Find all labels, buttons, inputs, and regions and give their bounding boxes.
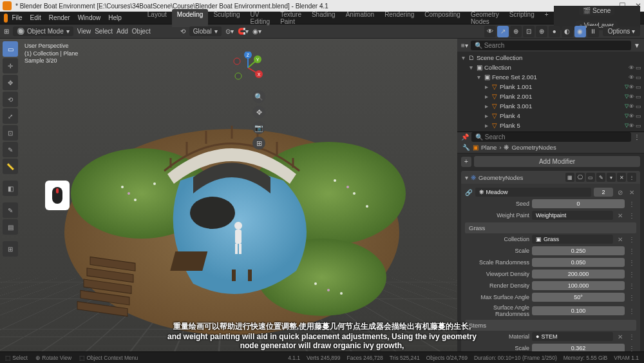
add-modifier-button[interactable]: Add Modifier <box>474 156 640 167</box>
property-value[interactable]: 100.000 <box>532 281 625 290</box>
blender-icon[interactable] <box>4 14 8 23</box>
property-value[interactable]: Weightpaint <box>532 211 613 220</box>
property-value[interactable]: 0.250 <box>532 246 625 255</box>
mod-toggle-4[interactable]: ✎ <box>596 173 605 182</box>
addon-tool-3[interactable]: ⊞ <box>3 241 18 257</box>
tool-select[interactable]: ▭ <box>3 41 18 57</box>
grass-section-header[interactable]: Grass <box>465 222 636 233</box>
outliner-row[interactable]: ▾▣Collection👁▭ <box>457 63 644 72</box>
outliner-row[interactable]: ▸▽Plank 5▽👁▭ <box>457 121 644 130</box>
properties-search-input[interactable]: 🔍 Search <box>471 132 631 142</box>
prop-menu-icon[interactable]: ⋮ <box>627 308 636 315</box>
tool-measure[interactable]: 📏 <box>3 159 18 174</box>
prop-menu-icon[interactable]: ⋮ <box>627 282 636 289</box>
tab-geonodes[interactable]: Geometry Nodes <box>466 9 504 27</box>
xray-icon[interactable]: ⊡ <box>523 26 535 37</box>
shading-rendered-icon[interactable]: ◉ <box>574 26 586 37</box>
header-add[interactable]: Add <box>117 28 128 35</box>
property-value[interactable]: ▣Grass <box>532 235 613 244</box>
tab-texpaint[interactable]: Texture Paint <box>275 9 307 27</box>
stems-section-header[interactable]: Stems <box>465 320 636 331</box>
tab-uv[interactable]: UV Editing <box>245 9 276 27</box>
wrench-icon[interactable]: 🔧 <box>462 144 470 151</box>
shading-matprev-icon[interactable]: ◐ <box>562 26 573 37</box>
prop-menu-icon[interactable]: ⋮ <box>627 294 636 301</box>
tab-layout[interactable]: Layout <box>142 9 172 27</box>
prop-menu-icon[interactable]: ⋮ <box>627 212 636 219</box>
modifier-header[interactable]: ▾ ❋ GeometryNodes ▦ 🖵 ▭ ✎ ▾ ✕ ⋮ <box>461 171 640 184</box>
shading-wireframe-icon[interactable]: ⊕ <box>536 26 547 37</box>
scene-selector[interactable]: 🎬 Scene <box>579 6 614 15</box>
shading-solid-icon[interactable]: ● <box>549 26 560 37</box>
outliner-row[interactable]: ▸▽Plank 4▽👁▭ <box>457 111 644 121</box>
disclosure-icon[interactable]: ▾ <box>465 174 468 181</box>
mod-toggle-1[interactable]: ▦ <box>565 173 574 182</box>
modifier-name[interactable]: GeometryNodes <box>478 174 523 181</box>
property-value[interactable]: 0.100 <box>532 306 625 315</box>
menu-file[interactable]: File <box>12 14 22 21</box>
property-value[interactable]: 0 <box>532 199 625 208</box>
tool-move[interactable]: ✥ <box>3 75 18 90</box>
link-icon[interactable]: 🔗 <box>465 189 473 196</box>
tool-annotate[interactable]: ✎ <box>3 142 18 157</box>
camera-icon[interactable]: 📷 <box>252 121 265 134</box>
mod-close[interactable]: ✕ <box>617 173 626 182</box>
prop-menu-icon[interactable]: ⋮ <box>627 236 636 243</box>
editor-type-icon[interactable]: ⊞ <box>4 28 9 35</box>
tool-transform[interactable]: ⊡ <box>3 125 18 141</box>
tool-cursor[interactable]: ✛ <box>3 58 18 74</box>
tab-shading[interactable]: Shading <box>307 9 341 27</box>
menu-render[interactable]: Render <box>49 14 70 21</box>
plus-icon[interactable]: + <box>461 157 471 167</box>
property-value[interactable]: 0.050 <box>532 258 625 267</box>
outliner-row[interactable]: ▸▽Plank 1.001▽👁▭ <box>457 82 644 92</box>
outliner-root[interactable]: ▾🗋Scene Collection <box>457 53 644 63</box>
tab-animation[interactable]: Animation <box>341 9 379 27</box>
gizmo-toggle-icon[interactable]: ↗ <box>497 26 509 37</box>
menu-edit[interactable]: Edit <box>30 14 41 21</box>
snap-icon[interactable]: 🧲▾ <box>238 28 249 35</box>
pause-icon[interactable]: ⏸ <box>587 26 599 37</box>
nodegroup-x-icon[interactable]: ✕ <box>627 189 636 196</box>
nodegroup-unlink-icon[interactable]: ⊘ <box>616 189 625 196</box>
options-icon[interactable]: ⋮ <box>634 133 640 141</box>
addon-tool[interactable]: ✎ <box>3 202 18 218</box>
mod-toggle-5[interactable]: ▾ <box>607 173 616 182</box>
tab-modeling[interactable]: Modeling <box>172 9 209 27</box>
prop-menu-icon[interactable]: ⋮ <box>627 248 636 255</box>
tab-rendering[interactable]: Rendering <box>379 9 419 27</box>
outliner-row[interactable]: ▾▣Fence Set 2.001👁▭ <box>457 72 644 82</box>
pivot-icon[interactable]: ⊙▾ <box>225 28 234 35</box>
tool-addcube[interactable]: ◧ <box>3 181 18 196</box>
pin-icon[interactable]: 📌 <box>461 133 469 141</box>
outliner-tree[interactable]: ▾🗋Scene Collection ▾▣Collection👁▭▾▣Fence… <box>457 52 644 132</box>
prop-menu-icon[interactable]: ⋮ <box>627 259 636 266</box>
selectability-icon[interactable]: 👁 <box>484 26 496 37</box>
prop-menu-icon[interactable]: ⋮ <box>627 201 636 208</box>
mod-toggle-2[interactable]: 🖵 <box>576 173 585 182</box>
overlay-toggle-icon[interactable]: ⊕ <box>510 26 522 37</box>
nav-gizmo[interactable]: X Y Z <box>232 52 264 84</box>
property-value[interactable]: 50° <box>532 293 625 302</box>
header-object[interactable]: Object <box>132 28 151 35</box>
perspective-icon[interactable]: ⊞ <box>252 137 265 150</box>
property-value[interactable]: ●STEM <box>532 332 613 341</box>
prop-menu-icon[interactable]: ⋮ <box>627 345 636 352</box>
header-select[interactable]: Select <box>95 28 113 35</box>
outliner-type-icon[interactable]: ≡▾ <box>461 42 468 49</box>
menu-help[interactable]: Help <box>108 14 122 21</box>
mod-toggle-3[interactable]: ▭ <box>586 173 595 182</box>
tab-add[interactable]: + <box>540 9 554 27</box>
tab-scripting[interactable]: Scripting <box>504 9 540 27</box>
viewport-3d[interactable]: ▭ ✛ ✥ ⟲ ⤢ ⊡ ✎ 📏 ◧ ✎ ▤ ⊞ User Perspective… <box>0 39 457 363</box>
tab-sculpting[interactable]: Sculpting <box>208 9 245 27</box>
nodegroup-field[interactable]: ❋ Meadow <box>475 188 591 197</box>
addon-tool-2[interactable]: ▤ <box>3 219 18 235</box>
orientation-dropdown[interactable]: Global ▾ <box>189 26 222 36</box>
zoom-icon[interactable]: 🔍 <box>252 90 265 103</box>
mode-dropdown[interactable]: 🔘 Object Mode ▾ <box>13 26 73 36</box>
prop-menu-icon[interactable]: ⋮ <box>627 271 636 278</box>
menu-window[interactable]: Window <box>78 14 101 21</box>
orientation-icon[interactable]: ⟲ <box>180 28 185 35</box>
prop-menu-icon[interactable]: ⋮ <box>627 333 636 340</box>
